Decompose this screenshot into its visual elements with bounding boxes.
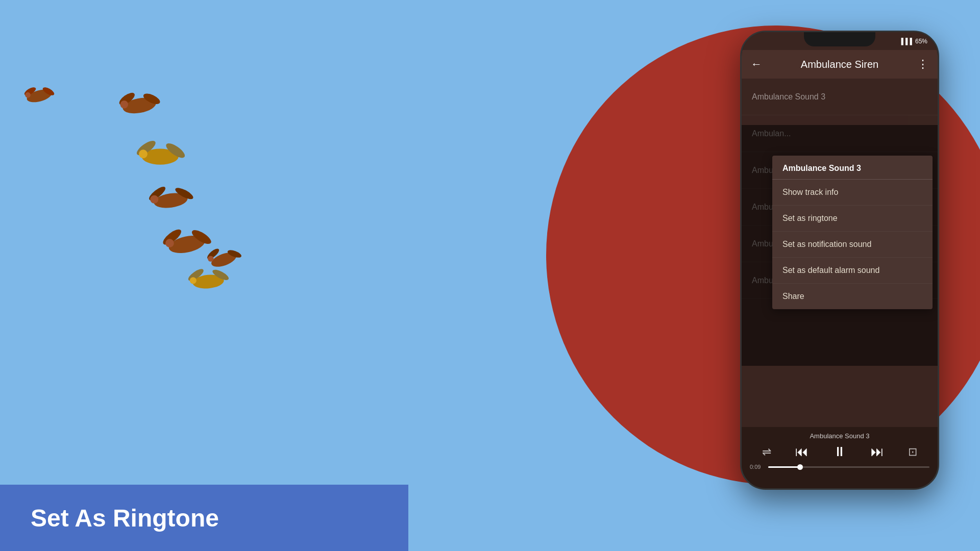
status-bar-info: ▐▐▐ 65%	[899, 38, 927, 45]
progress-thumb	[797, 464, 803, 470]
back-button[interactable]: ←	[751, 58, 762, 71]
prev-button[interactable]: ⏮	[795, 444, 808, 460]
bird-5	[161, 227, 213, 256]
svg-point-27	[208, 256, 213, 261]
bird-6	[187, 267, 230, 290]
status-bar: ▐▐▐ 65%	[742, 32, 938, 50]
track-name-1: Ambulance Sound 3	[752, 92, 825, 102]
player-track-name: Ambulance Sound 3	[750, 432, 929, 440]
progress-bar[interactable]	[768, 466, 929, 468]
svg-point-15	[150, 195, 158, 204]
app-header: ← Ambulance Siren ⋮	[742, 50, 938, 79]
context-menu-item-share[interactable]: Share	[772, 284, 933, 309]
player-bar: Ambulance Sound 3 ⇌ ⏮ ⏸ ⏭ ⊡ 0:09	[742, 427, 938, 488]
track-item-1[interactable]: Ambulance Sound 3	[742, 79, 938, 115]
svg-point-7	[120, 101, 128, 108]
context-menu: Ambulance Sound 3 Show track info Set as…	[772, 156, 933, 309]
app-title: Ambulance Siren	[762, 59, 917, 70]
context-menu-item-alarm[interactable]: Set as default alarm sound	[772, 258, 933, 284]
context-menu-item-show-track-info[interactable]: Show track info	[772, 180, 933, 206]
phone-notch	[804, 32, 875, 46]
current-time: 0:09	[750, 464, 764, 470]
phone-frame: ▐▐▐ 65% ← Ambulance Siren ⋮ Ambulance So…	[740, 31, 939, 490]
bottom-banner: Set As Ringtone	[0, 485, 408, 551]
birds-illustration	[0, 0, 357, 347]
svg-point-3	[25, 92, 31, 98]
bird-4	[147, 185, 194, 210]
bird-2	[117, 90, 161, 115]
context-menu-item-ringtone[interactable]: Set as ringtone	[772, 206, 933, 232]
player-controls: ⇌ ⏮ ⏸ ⏭ ⊡	[750, 444, 929, 460]
track-list: Ambulance Sound 3 Ambulan... Ambulan... …	[742, 79, 938, 427]
context-menu-item-notification[interactable]: Set as notification sound	[772, 232, 933, 258]
battery-level: 65%	[915, 38, 927, 45]
pause-button[interactable]: ⏸	[833, 444, 846, 460]
context-menu-title: Ambulance Sound 3	[772, 156, 933, 180]
share-button[interactable]: ⋮	[917, 58, 928, 71]
progress-fill	[768, 466, 800, 468]
bird-7	[206, 247, 242, 269]
signal-icon: ▐▐▐	[899, 38, 912, 45]
banner-text: Set As Ringtone	[31, 504, 219, 532]
svg-point-23	[190, 277, 197, 284]
bird-1	[23, 86, 55, 105]
next-button[interactable]: ⏭	[871, 444, 884, 460]
progress-bar-container: 0:09	[750, 464, 929, 470]
svg-point-19	[165, 239, 174, 247]
repeat-button[interactable]: ⊡	[908, 445, 917, 459]
context-menu-overlay[interactable]: Ambulance Sound 3 Show track info Set as…	[742, 125, 938, 366]
bird-3	[134, 137, 188, 168]
shuffle-button[interactable]: ⇌	[762, 445, 771, 459]
phone-screen: ▐▐▐ 65% ← Ambulance Siren ⋮ Ambulance So…	[742, 32, 938, 488]
